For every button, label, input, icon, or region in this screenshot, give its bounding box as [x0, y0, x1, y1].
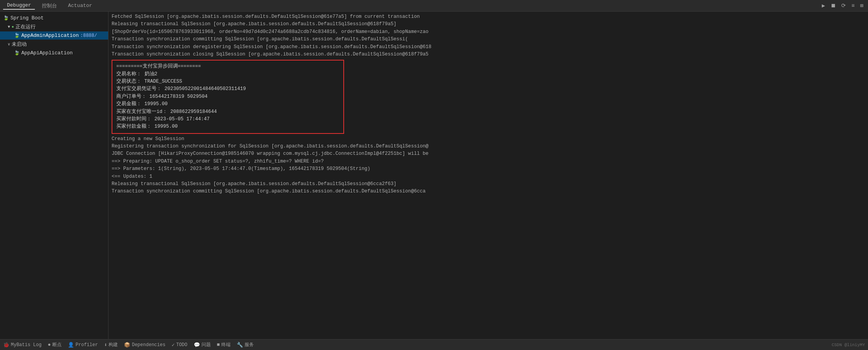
- menu-icon[interactable]: ≡: [850, 2, 856, 10]
- field-label-7: 买家付款金额：: [116, 124, 152, 129]
- sidebar: 🍃 Spring Boot ▼ ● 正在运行 🍃 AppAdminApplica…: [0, 12, 108, 339]
- services-label: 服务: [245, 341, 254, 348]
- dependencies-icon: 📦: [124, 342, 130, 348]
- bottom-services[interactable]: 🔧 服务: [237, 341, 254, 348]
- run-icon[interactable]: ▶: [820, 2, 827, 10]
- field-value-2: 2023050522001484640502311419: [165, 86, 246, 92]
- todo-icon: ✓: [172, 342, 175, 348]
- breakpoints-label: 断点: [52, 341, 62, 348]
- field-label-6: 买家付款时间：: [116, 116, 152, 122]
- main-layout: 🍃 Spring Boot ▼ ● 正在运行 🍃 AppAdminApplica…: [0, 12, 868, 339]
- bottom-breakpoints[interactable]: ● 断点: [48, 341, 62, 348]
- problems-label: 问题: [202, 341, 211, 348]
- running-status-icon: ●: [12, 25, 14, 29]
- log-line-6: Transaction synchronization closing SqlS…: [112, 51, 865, 58]
- stop-icon[interactable]: ⏹: [829, 2, 837, 10]
- breakpoints-icon: ●: [48, 342, 51, 348]
- services-icon: 🔧: [237, 342, 243, 348]
- appapi-icon: 🍃: [14, 50, 20, 56]
- log-line-5: Transaction synchronization deregisterin…: [112, 43, 865, 51]
- layout-icon[interactable]: ⊞: [859, 2, 865, 10]
- refresh-icon[interactable]: ⟳: [840, 2, 847, 10]
- tab-actuator[interactable]: Actuator: [64, 2, 96, 9]
- field-label-0: 交易名称：: [116, 71, 141, 77]
- sidebar-stopped-group[interactable]: ∨ 未启动: [0, 40, 108, 49]
- bottom-build[interactable]: ⬇ 构建: [104, 341, 118, 348]
- log-after-5: ==> Parameters: 1(String), 2023-05-05 17…: [112, 165, 865, 173]
- field-trade-name: 交易名称： 奶油2: [116, 71, 339, 78]
- field-label-2: 支付宝交易凭证号：: [116, 86, 162, 92]
- terminal-label: 终端: [221, 341, 231, 348]
- build-icon: ⬇: [104, 342, 107, 348]
- problems-icon: 💬: [194, 342, 200, 348]
- field-label-4: 交易金额：: [116, 101, 141, 107]
- sidebar-root-label: Spring Boot: [10, 15, 44, 21]
- field-label-1: 交易状态：: [116, 79, 141, 84]
- field-value-6: 2023-05-05 17:44:47: [155, 116, 210, 122]
- appadmin-port: :8888/: [80, 33, 97, 38]
- toolbar-icons: ▶ ⏹ ⟳ ≡ ⊞: [820, 2, 865, 10]
- running-expand-icon: ▼: [8, 25, 10, 29]
- bottom-problems[interactable]: 💬 问题: [194, 341, 211, 348]
- log-line-1: Fetched SqlSession [org.apache.ibatis.se…: [112, 13, 865, 21]
- appapi-label: AppApiApplication: [21, 50, 73, 56]
- field-pay-time: 买家付款时间： 2023-05-05 17:44:47: [116, 116, 339, 123]
- alipay-title: =========支付宝异步回调========: [116, 63, 339, 70]
- sidebar-running-group[interactable]: ▼ ● 正在运行: [0, 22, 108, 31]
- field-value-0: 奶油2: [145, 71, 158, 77]
- field-value-3: 165442178319 5029504: [150, 94, 208, 99]
- bottom-mybatislog[interactable]: 🐞 MyBatis Log: [3, 342, 41, 348]
- field-buyer-id: 买家在支付宝唯一id： 2088622959184644: [116, 108, 339, 116]
- sidebar-item-appadmin[interactable]: 🍃 AppAdminApplication :8888/: [0, 31, 108, 40]
- field-trade-status: 交易状态： TRADE_SUCCESS: [116, 78, 339, 85]
- log-after-4: ==> Preparing: UPDATE o_shop_order SET s…: [112, 158, 865, 165]
- bottom-profiler[interactable]: 👤 Profiler: [68, 342, 98, 348]
- console-area[interactable]: Fetched SqlSession [org.apache.ibatis.se…: [108, 12, 868, 339]
- stopped-group-label: 未启动: [12, 41, 27, 48]
- log-line-3: [ShopOrderVo(id=1650678763933011968, ord…: [112, 28, 865, 36]
- field-value-7: 19995.00: [155, 124, 178, 129]
- stopped-expand-icon: ∨: [8, 42, 10, 47]
- field-trade-amount: 交易金额： 19995.00: [116, 100, 339, 108]
- sidebar-spring-boot-header: 🍃 Spring Boot ▼ ● 正在运行 🍃 AppAdminApplica…: [0, 13, 108, 58]
- alipay-callback-block: =========支付宝异步回调======== 交易名称： 奶油2 交易状态：…: [112, 60, 344, 133]
- bottom-dependencies[interactable]: 📦 Dependencies: [124, 342, 165, 348]
- appadmin-label: AppAdminApplication: [21, 33, 79, 38]
- field-value-1: TRADE_SUCCESS: [145, 79, 183, 84]
- field-value-5: 2088622959184644: [170, 109, 217, 114]
- field-label-5: 买家在支付宝唯一id：: [116, 109, 167, 114]
- mybatislog-label: MyBatis Log: [11, 342, 41, 348]
- bottom-terminal[interactable]: ■ 终端: [217, 341, 231, 348]
- bottom-todo[interactable]: ✓ TODO: [172, 342, 188, 348]
- csdn-watermark: CSDN @liniyMY: [832, 343, 865, 347]
- field-label-3: 商户订单号：: [116, 94, 146, 99]
- bottom-toolbar: 🐞 MyBatis Log ● 断点 👤 Profiler ⬇ 构建 📦 Dep…: [0, 339, 868, 350]
- field-order-no: 商户订单号： 165442178319 5029504: [116, 93, 339, 100]
- log-after-8: Transaction synchronization committing S…: [112, 188, 865, 195]
- mybatislog-icon: 🐞: [3, 342, 9, 348]
- top-toolbar: Debugger 控制台 Actuator ▶ ⏹ ⟳ ≡ ⊞: [0, 0, 868, 12]
- field-alipay-trade-no: 支付宝交易凭证号： 2023050522001484640502311419: [116, 85, 339, 93]
- log-after-6: <== Updates: 1: [112, 173, 865, 180]
- todo-label: TODO: [176, 342, 188, 348]
- appadmin-icon: 🍃: [14, 33, 20, 38]
- log-after-2: Registering transaction synchronization …: [112, 143, 865, 150]
- build-label: 构建: [108, 341, 118, 348]
- terminal-icon: ■: [217, 342, 220, 348]
- sidebar-springboot-root[interactable]: 🍃 Spring Boot: [0, 14, 108, 22]
- field-value-4: 19995.00: [145, 101, 168, 107]
- running-group-label: 正在运行: [16, 23, 36, 30]
- field-pay-amount: 买家付款金额： 19995.00: [116, 123, 339, 130]
- profiler-label: Profiler: [76, 342, 98, 348]
- sidebar-item-appapi[interactable]: 🍃 AppApiApplication: [0, 49, 108, 57]
- dependencies-label: Dependencies: [132, 342, 165, 348]
- springboot-icon: 🍃: [3, 15, 9, 21]
- log-after-1: Creating a new SqlSession: [112, 135, 865, 143]
- profiler-icon: 👤: [68, 342, 74, 348]
- tab-console[interactable]: 控制台: [38, 2, 61, 10]
- log-line-2: Releasing transactional SqlSession [org.…: [112, 21, 865, 28]
- log-line-4: Transaction synchronization committing S…: [112, 36, 865, 43]
- tab-debugger[interactable]: Debugger: [3, 2, 35, 10]
- log-after-7: Releasing transactional SqlSession [org.…: [112, 180, 865, 188]
- log-after-3: JDBC Connection [HikariProxyConnection@1…: [112, 150, 865, 158]
